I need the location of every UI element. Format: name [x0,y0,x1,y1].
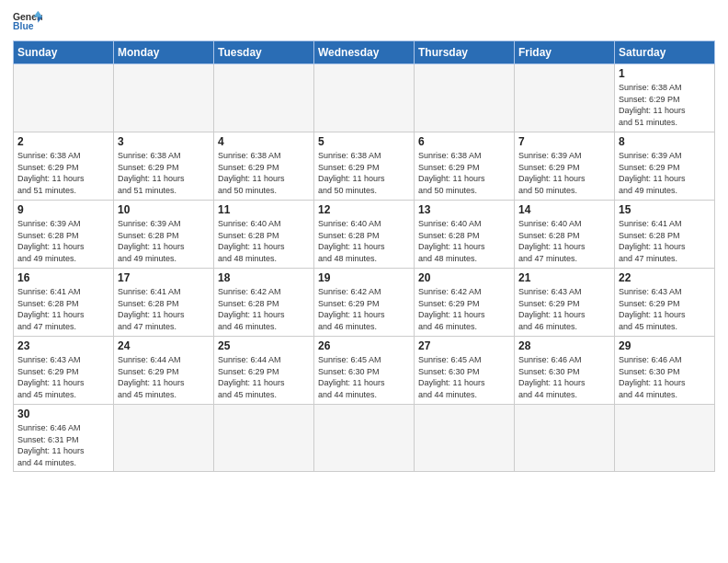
calendar-week-row: 2Sunrise: 6:38 AM Sunset: 6:29 PM Daylig… [14,132,715,201]
day-info: Sunrise: 6:39 AM Sunset: 6:29 PM Dayligh… [518,150,610,196]
calendar-week-row: 16Sunrise: 6:41 AM Sunset: 6:28 PM Dayli… [14,269,715,337]
day-info: Sunrise: 6:40 AM Sunset: 6:28 PM Dayligh… [518,218,610,264]
day-number: 18 [218,271,310,284]
calendar-cell [415,64,515,132]
day-info: Sunrise: 6:38 AM Sunset: 6:29 PM Dayligh… [418,150,510,196]
calendar-cell: 30Sunrise: 6:46 AM Sunset: 6:31 PM Dayli… [14,405,114,472]
svg-text:Blue: Blue [13,21,34,31]
calendar-cell [515,405,615,472]
day-info: Sunrise: 6:38 AM Sunset: 6:29 PM Dayligh… [619,82,711,128]
calendar-cell: 15Sunrise: 6:41 AM Sunset: 6:28 PM Dayli… [615,201,715,269]
day-number: 8 [619,135,711,148]
calendar-week-row: 30Sunrise: 6:46 AM Sunset: 6:31 PM Dayli… [14,405,715,472]
calendar-cell: 3Sunrise: 6:38 AM Sunset: 6:29 PM Daylig… [114,132,214,201]
day-number: 28 [518,339,610,352]
calendar-cell: 4Sunrise: 6:38 AM Sunset: 6:29 PM Daylig… [214,132,314,201]
calendar-cell: 8Sunrise: 6:39 AM Sunset: 6:29 PM Daylig… [615,132,715,201]
day-info: Sunrise: 6:41 AM Sunset: 6:28 PM Dayligh… [619,218,711,264]
calendar-cell: 19Sunrise: 6:42 AM Sunset: 6:29 PM Dayli… [314,269,415,337]
day-info: Sunrise: 6:43 AM Sunset: 6:29 PM Dayligh… [619,286,711,332]
day-info: Sunrise: 6:42 AM Sunset: 6:28 PM Dayligh… [218,286,310,332]
calendar-cell: 29Sunrise: 6:46 AM Sunset: 6:30 PM Dayli… [615,337,715,405]
calendar-cell [214,64,314,132]
logo: General Blue [13,9,42,35]
day-number: 22 [619,271,711,284]
calendar-cell: 16Sunrise: 6:41 AM Sunset: 6:28 PM Dayli… [14,269,114,337]
day-number: 6 [418,135,510,148]
calendar-cell: 13Sunrise: 6:40 AM Sunset: 6:28 PM Dayli… [415,201,515,269]
day-info: Sunrise: 6:38 AM Sunset: 6:29 PM Dayligh… [118,150,210,196]
day-info: Sunrise: 6:41 AM Sunset: 6:28 PM Dayligh… [118,286,210,332]
calendar-cell: 5Sunrise: 6:38 AM Sunset: 6:29 PM Daylig… [314,132,415,201]
day-info: Sunrise: 6:45 AM Sunset: 6:30 PM Dayligh… [418,354,510,400]
day-info: Sunrise: 6:44 AM Sunset: 6:29 PM Dayligh… [118,354,210,400]
calendar-cell [415,405,515,472]
day-number: 19 [318,271,410,284]
calendar-cell [314,64,415,132]
day-number: 25 [218,339,310,352]
calendar-cell: 9Sunrise: 6:39 AM Sunset: 6:28 PM Daylig… [14,201,114,269]
day-number: 21 [518,271,610,284]
day-number: 29 [619,339,711,352]
day-number: 4 [218,135,310,148]
day-number: 14 [518,203,610,216]
day-number: 16 [17,271,109,284]
calendar-cell: 25Sunrise: 6:44 AM Sunset: 6:29 PM Dayli… [214,337,314,405]
calendar-cell [314,405,415,472]
calendar-cell: 27Sunrise: 6:45 AM Sunset: 6:30 PM Dayli… [415,337,515,405]
day-number: 20 [418,271,510,284]
calendar-header-wednesday: Wednesday [314,41,415,64]
calendar-cell [515,64,615,132]
day-number: 11 [218,203,310,216]
calendar-cell: 11Sunrise: 6:40 AM Sunset: 6:28 PM Dayli… [214,201,314,269]
calendar-cell [114,405,214,472]
calendar: SundayMondayTuesdayWednesdayThursdayFrid… [13,40,715,472]
day-info: Sunrise: 6:40 AM Sunset: 6:28 PM Dayligh… [218,218,310,264]
calendar-header-tuesday: Tuesday [214,41,314,64]
day-number: 13 [418,203,510,216]
calendar-cell [214,405,314,472]
page: General Blue SundayMondayTuesdayWednesda… [0,0,728,563]
day-info: Sunrise: 6:43 AM Sunset: 6:29 PM Dayligh… [518,286,610,332]
calendar-cell: 26Sunrise: 6:45 AM Sunset: 6:30 PM Dayli… [314,337,415,405]
calendar-cell: 17Sunrise: 6:41 AM Sunset: 6:28 PM Dayli… [114,269,214,337]
day-number: 27 [418,339,510,352]
day-info: Sunrise: 6:40 AM Sunset: 6:28 PM Dayligh… [418,218,510,264]
calendar-header-saturday: Saturday [615,41,715,64]
calendar-cell [114,64,214,132]
day-info: Sunrise: 6:38 AM Sunset: 6:29 PM Dayligh… [17,150,109,196]
day-number: 15 [619,203,711,216]
calendar-cell: 2Sunrise: 6:38 AM Sunset: 6:29 PM Daylig… [14,132,114,201]
calendar-week-row: 23Sunrise: 6:43 AM Sunset: 6:29 PM Dayli… [14,337,715,405]
calendar-cell: 28Sunrise: 6:46 AM Sunset: 6:30 PM Dayli… [515,337,615,405]
calendar-cell: 6Sunrise: 6:38 AM Sunset: 6:29 PM Daylig… [415,132,515,201]
day-number: 1 [619,67,711,80]
day-number: 9 [17,203,109,216]
calendar-cell: 24Sunrise: 6:44 AM Sunset: 6:29 PM Dayli… [114,337,214,405]
day-number: 5 [318,135,410,148]
calendar-cell: 20Sunrise: 6:42 AM Sunset: 6:29 PM Dayli… [415,269,515,337]
day-info: Sunrise: 6:42 AM Sunset: 6:29 PM Dayligh… [318,286,410,332]
day-info: Sunrise: 6:39 AM Sunset: 6:28 PM Dayligh… [118,218,210,264]
calendar-cell: 12Sunrise: 6:40 AM Sunset: 6:28 PM Dayli… [314,201,415,269]
day-number: 2 [17,135,109,148]
day-number: 7 [518,135,610,148]
calendar-cell [14,64,114,132]
calendar-header-row: SundayMondayTuesdayWednesdayThursdayFrid… [14,41,715,64]
calendar-cell: 22Sunrise: 6:43 AM Sunset: 6:29 PM Dayli… [615,269,715,337]
calendar-cell: 18Sunrise: 6:42 AM Sunset: 6:28 PM Dayli… [214,269,314,337]
calendar-cell: 21Sunrise: 6:43 AM Sunset: 6:29 PM Dayli… [515,269,615,337]
calendar-header-sunday: Sunday [14,41,114,64]
day-info: Sunrise: 6:38 AM Sunset: 6:29 PM Dayligh… [318,150,410,196]
day-info: Sunrise: 6:45 AM Sunset: 6:30 PM Dayligh… [318,354,410,400]
calendar-cell [615,405,715,472]
logo-icon: General Blue [13,9,42,35]
day-number: 3 [118,135,210,148]
calendar-header-thursday: Thursday [415,41,515,64]
day-info: Sunrise: 6:42 AM Sunset: 6:29 PM Dayligh… [418,286,510,332]
day-info: Sunrise: 6:41 AM Sunset: 6:28 PM Dayligh… [17,286,109,332]
day-info: Sunrise: 6:39 AM Sunset: 6:29 PM Dayligh… [619,150,711,196]
calendar-cell: 7Sunrise: 6:39 AM Sunset: 6:29 PM Daylig… [515,132,615,201]
calendar-cell: 10Sunrise: 6:39 AM Sunset: 6:28 PM Dayli… [114,201,214,269]
calendar-header-friday: Friday [515,41,615,64]
